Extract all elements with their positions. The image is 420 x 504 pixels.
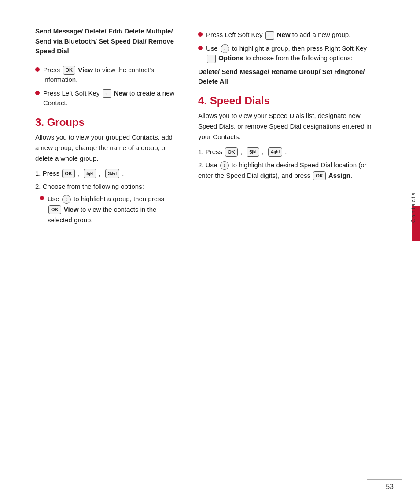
numbered-item: 1. Press OK , 5 jkl , 4 ghi . [198, 147, 379, 157]
left-top-bullets: Press OK View to view the contact's info… [35, 65, 176, 108]
group-options-bold: Delete/ Send Message/ Rename Group/ Set … [198, 67, 379, 87]
key-4-icon: 4 ghi [268, 147, 282, 157]
key-5-icon: 5 jkl [84, 169, 96, 179]
right-top-bullets: Press Left Soft Key ← New to add a new g… [198, 30, 379, 63]
bullet-text: Use ↕ to highlight a group, then press O… [48, 194, 176, 225]
sidebar-wrapper: Contacts [407, 191, 420, 225]
right-soft-key-icon: → [207, 55, 216, 63]
left-soft-key-icon: ← [265, 31, 274, 40]
intro-bold-text: Send Message/ Delete/ Edit/ Delete Multi… [35, 26, 176, 56]
key-5-icon: 5 jkl [247, 147, 259, 157]
bullet-dot [40, 196, 44, 200]
ok-key-icon: OK [225, 147, 238, 157]
bullet-dot [35, 91, 40, 95]
list-item: Press Left Soft Key ← New to create a ne… [35, 88, 176, 108]
intro-block: Send Message/ Delete/ Edit/ Delete Multi… [35, 26, 176, 56]
bullet-dot [198, 32, 203, 37]
list-item: Use ↕ to highlight a group, then press R… [198, 44, 379, 63]
bullet-text: Press Left Soft Key ← New to create a ne… [43, 88, 176, 108]
list-item: Press Left Soft Key ← New to add a new g… [198, 30, 379, 40]
speed-dials-heading: 4. Speed Dials [198, 95, 379, 107]
nav-up-down-icon: ↕ [62, 195, 71, 204]
nav-up-down-icon: ↕ [220, 161, 229, 170]
list-item: Press OK View to view the contact's info… [35, 65, 176, 85]
page-number: 53 [386, 483, 394, 491]
divider-line [367, 479, 402, 480]
left-soft-key-icon: ← [103, 89, 111, 98]
groups-sub-bullets: Use ↕ to highlight a group, then press O… [40, 194, 176, 225]
key-3-icon: 3 def [105, 169, 119, 179]
bullet-text: Use ↕ to highlight a group, then press R… [206, 44, 379, 63]
speed-numbered-list: 1. Press OK , 5 jkl , 4 ghi . 2. Use ↕ t… [198, 147, 379, 181]
left-column: Send Message/ Delete/ Edit/ Delete Multi… [0, 26, 189, 228]
bullet-text: Press OK View to view the contact's info… [43, 65, 176, 85]
list-item: Use ↕ to highlight a group, then press O… [40, 194, 176, 225]
groups-body: Allows you to view your grouped Contacts… [35, 132, 176, 164]
bullet-dot [35, 67, 40, 72]
bullet-dot [198, 46, 203, 50]
numbered-item: 2. Choose from the following options: Us… [35, 181, 176, 225]
sidebar-label: Contacts [410, 191, 416, 223]
groups-heading: 3. Groups [35, 116, 176, 129]
speed-dials-body: Allows you to view your Speed Dials list… [198, 110, 379, 142]
bullet-text: Press Left Soft Key ← New to add a new g… [206, 30, 350, 40]
ok-key-icon: OK [313, 171, 326, 181]
numbered-item: 1. Press OK , 5 jkl , 3 def . [35, 168, 176, 179]
ok-key-icon: OK [62, 169, 75, 179]
groups-numbered-list: 1. Press OK , 5 jkl , 3 def . 2. Choose … [35, 168, 176, 225]
numbered-item: 2. Use ↕ to highlight the desired Speed … [198, 160, 379, 181]
right-column: Press Left Soft Key ← New to add a new g… [189, 26, 401, 228]
ok-key-icon: OK [48, 205, 61, 215]
ok-key-icon: OK [63, 66, 76, 75]
nav-up-down-icon: ↕ [221, 44, 229, 53]
